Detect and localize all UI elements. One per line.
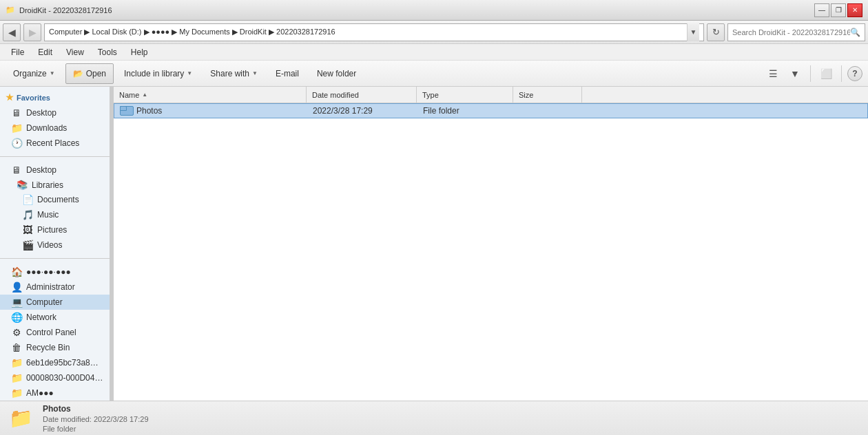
refresh-button[interactable]: ↻ (707, 23, 725, 41)
title-bar-left: 📁 DroidKit - 20220328172916 (6, 6, 112, 14)
sidebar-item-computer[interactable]: 💻 Computer (0, 295, 110, 310)
menu-tools[interactable]: Tools (92, 46, 123, 59)
address-bar[interactable]: Computer ▶ Local Disk (D:) ▶ ●●●● ▶ My D… (44, 23, 704, 41)
sidebar-item-computer-label: Computer (26, 297, 63, 307)
status-date-value: 2022/3/28 17:29 (94, 415, 149, 423)
col-type-label: Type (422, 91, 439, 99)
title-bar-controls: — ❐ ✕ (814, 3, 862, 17)
search-icon[interactable]: 🔍 (850, 28, 860, 37)
status-type-label: File folder (43, 425, 149, 433)
include-dropdown-icon: ▼ (187, 70, 192, 76)
toolbar-separator (810, 65, 811, 82)
address-row: ◀ ▶ Computer ▶ Local Disk (D:) ▶ ●●●● ▶ … (0, 21, 868, 44)
title-bar-icon: 📁 (6, 6, 15, 14)
sidebar-item-pictures-label: Pictures (37, 225, 67, 235)
administrator-icon: 👤 (11, 282, 22, 293)
minimize-button[interactable]: — (814, 3, 829, 17)
col-header-type[interactable]: Type (417, 87, 513, 103)
title-bar-title: DroidKit - 20220328172916 (19, 6, 112, 14)
sidebar: ★ Favorites 🖥 Desktop 📁 Downloads 🕐 Rece… (0, 87, 110, 401)
menu-bar: File Edit View Tools Help (0, 44, 868, 61)
include-in-library-button[interactable]: Include in library ▼ (116, 63, 200, 84)
menu-edit[interactable]: Edit (32, 46, 58, 59)
organize-dropdown-icon: ▼ (50, 70, 55, 76)
sidebar-item-music[interactable]: 🎵 Music (0, 207, 110, 222)
sidebar-divider-1 (0, 156, 110, 157)
sidebar-favorites-header[interactable]: ★ Favorites (0, 89, 110, 105)
libraries-icon: 📚 (17, 180, 28, 190)
sidebar-item-recycle-bin[interactable]: 🗑 Recycle Bin (0, 340, 110, 355)
open-button[interactable]: 📂 Open (65, 63, 114, 84)
main-area: ★ Favorites 🖥 Desktop 📁 Downloads 🕐 Rece… (0, 87, 868, 401)
search-input[interactable] (732, 28, 850, 36)
close-button[interactable]: ✕ (847, 3, 862, 17)
preview-pane-button[interactable]: ⬜ (816, 64, 836, 83)
menu-file[interactable]: File (6, 46, 30, 59)
file-name-label: Photos (136, 106, 162, 116)
search-box[interactable]: 🔍 (727, 23, 865, 41)
title-bar: 📁 DroidKit - 20220328172916 — ❐ ✕ (0, 0, 868, 21)
col-header-name[interactable]: Name ▲ (114, 87, 307, 103)
sidebar-item-folder2[interactable]: 📁 00008030-000D04… (0, 370, 110, 385)
desktop-root-icon: 🖥 (11, 165, 22, 176)
sidebar-item-downloads-label: Downloads (26, 123, 67, 133)
favorites-header-label: Favorites (17, 94, 50, 102)
new-folder-label: New folder (317, 69, 356, 78)
new-folder-button[interactable]: New folder (309, 63, 364, 84)
share-with-button[interactable]: Share with ▼ (203, 63, 265, 84)
videos-icon: 🎬 (22, 240, 33, 251)
view-toggle-button[interactable]: ☰ (763, 64, 783, 83)
sidebar-item-control-panel[interactable]: ⚙ Control Panel (0, 325, 110, 340)
recycle-bin-icon: 🗑 (11, 342, 22, 353)
sidebar-item-administrator[interactable]: 👤 Administrator (0, 279, 110, 295)
sidebar-item-desktop-root[interactable]: 🖥 Desktop (0, 162, 110, 178)
address-path: Computer ▶ Local Disk (D:) ▶ ●●●● ▶ My D… (49, 28, 687, 36)
sidebar-item-folder3[interactable]: 📁 AM●●● (0, 385, 110, 401)
sidebar-item-folder1-label: 6eb1de95bc73a8… (26, 358, 99, 368)
sidebar-item-desktop[interactable]: 🖥 Desktop (0, 105, 110, 120)
computer-icon: 💻 (11, 297, 22, 308)
downloads-folder-icon: 📁 (11, 123, 22, 134)
file-cell-size (514, 109, 583, 113)
sidebar-item-folder1[interactable]: 📁 6eb1de95bc73a8… (0, 355, 110, 370)
restore-button[interactable]: ❐ (831, 3, 846, 17)
menu-help[interactable]: Help (125, 46, 154, 59)
col-header-size[interactable]: Size (513, 87, 582, 103)
menu-view[interactable]: View (61, 46, 90, 59)
sidebar-item-homegroup[interactable]: 🏠 ●●●·●●·●●● (0, 264, 110, 279)
sidebar-item-documents-label: Documents (37, 195, 79, 204)
sidebar-libraries-section: 🖥 Desktop 📚 Libraries 📄 Documents 🎵 Musi… (0, 160, 110, 255)
col-header-date[interactable]: Date modified (307, 87, 417, 103)
sidebar-item-pictures[interactable]: 🖼 Pictures (0, 222, 110, 237)
sidebar-item-recent-places[interactable]: 🕐 Recent Places (0, 136, 110, 151)
sidebar-item-downloads[interactable]: 📁 Downloads (0, 120, 110, 136)
sidebar-item-documents[interactable]: 📄 Documents (0, 192, 110, 207)
sidebar-divider-2 (0, 258, 110, 259)
organize-button[interactable]: Organize ▼ (6, 63, 63, 84)
folder2-icon: 📁 (11, 372, 22, 383)
sidebar-item-desktop-root-label: Desktop (26, 165, 56, 175)
sidebar-item-videos[interactable]: 🎬 Videos (0, 237, 110, 253)
sort-arrow-name: ▲ (142, 92, 147, 98)
homegroup-icon: 🏠 (11, 266, 22, 277)
address-dropdown-arrow[interactable]: ▼ (687, 23, 699, 41)
sidebar-item-libraries[interactable]: 📚 Libraries (0, 178, 110, 192)
forward-button[interactable]: ▶ (23, 23, 41, 41)
sidebar-item-videos-label: Videos (37, 240, 62, 250)
include-in-library-label: Include in library (124, 69, 184, 78)
file-list: Photos 2022/3/28 17:29 File folder (114, 103, 868, 401)
share-with-label: Share with (210, 69, 249, 78)
sidebar-item-recycle-bin-label: Recycle Bin (26, 343, 70, 352)
sidebar-item-network[interactable]: 🌐 Network (0, 310, 110, 325)
sidebar-item-folder3-label: AM●●● (26, 388, 54, 398)
email-button[interactable]: E-mail (268, 63, 307, 84)
view-dropdown-button[interactable]: ▼ (785, 64, 805, 83)
table-row[interactable]: Photos 2022/3/28 17:29 File folder (114, 103, 868, 118)
file-cell-date: 2022/3/28 17:29 (307, 104, 417, 118)
status-item-name: Photos (43, 404, 149, 414)
back-button[interactable]: ◀ (3, 23, 21, 41)
file-date-value: 2022/3/28 17:29 (313, 106, 373, 116)
toolbar: Organize ▼ 📂 Open Include in library ▼ S… (0, 61, 868, 87)
col-name-label: Name (119, 91, 139, 99)
help-button[interactable]: ? (847, 66, 862, 81)
